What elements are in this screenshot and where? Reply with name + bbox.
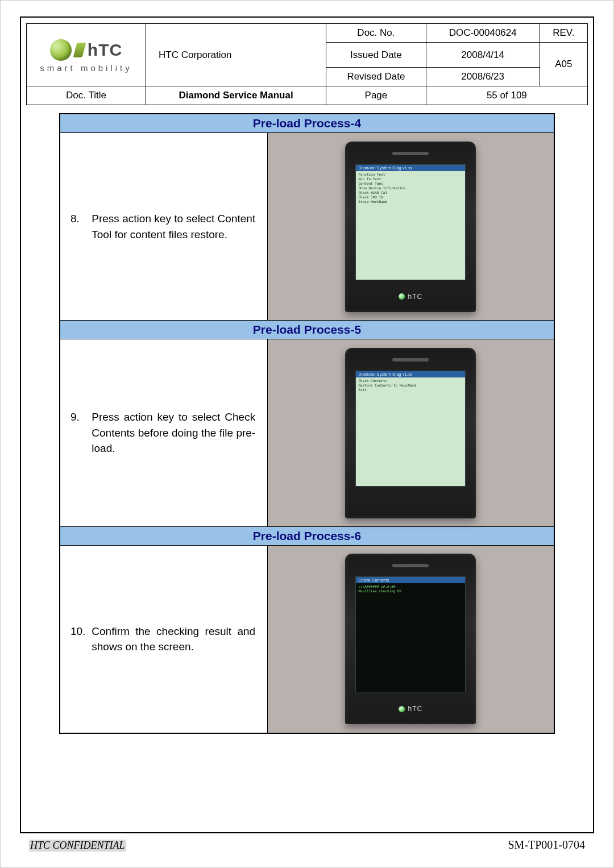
phone-screen: Diamond System Diag v1.xx Check Contents…: [355, 371, 466, 487]
footer: HTC CONFIDENTIAL SM-TP001-0704: [29, 838, 585, 852]
step-image-5: Diamond System Diag v1.xx Check Contents…: [267, 339, 554, 527]
step-image-6: Check Contents c:\A###### v#.#.## MoviFi…: [267, 546, 554, 733]
screen-lines: c:\A###### v#.#.## MoviFiles checking OK: [356, 583, 465, 595]
logo-cell: hTC smart mobility: [27, 24, 146, 86]
step-body-6: Confirm the checking result and shows on…: [92, 624, 255, 655]
doc-no-value: DOC-00040624: [426, 24, 540, 43]
page-value: 55 of 109: [426, 86, 587, 105]
phone-brand-label: hTC: [399, 293, 423, 301]
step-body-4: Press action key to select Content Tool …: [92, 211, 255, 242]
rev-label: REV.: [540, 24, 587, 43]
corporation-name: HTC Corporation: [146, 24, 326, 86]
page-label: Page: [326, 86, 426, 105]
earpiece-icon: [392, 152, 429, 155]
earpiece-icon: [392, 564, 429, 567]
spark-icon: [73, 43, 86, 57]
step-text-4: 8. Press action key to select Content To…: [60, 133, 267, 321]
step-text-5: 9. Press action key to select Check Cont…: [60, 339, 267, 527]
revised-date-value: 2008/6/23: [426, 68, 540, 86]
doc-title-label: Doc. Title: [27, 86, 146, 105]
doc-title-value: Diamond Service Manual: [146, 86, 326, 105]
screen-title-bar: Check Contents: [356, 577, 465, 583]
step-header-5: Pre-load Process-5: [60, 321, 554, 339]
globe-icon: [50, 39, 72, 61]
step-row-6: 10. Confirm the checking result and show…: [60, 546, 554, 733]
step-text-6: 10. Confirm the checking result and show…: [60, 546, 267, 733]
steps-table: Pre-load Process-4 8. Press action key t…: [59, 113, 555, 734]
issued-date-value: 2008/4/14: [426, 43, 540, 68]
home-button-icon: [399, 706, 405, 712]
steps-area: Pre-load Process-4 8. Press action key t…: [59, 113, 555, 734]
confidential-label: HTC CONFIDENTIAL: [29, 840, 126, 852]
logo-tagline: smart mobility: [40, 63, 132, 73]
step-num-5: 9.: [70, 409, 89, 425]
step-row-4: 8. Press action key to select Content To…: [60, 133, 554, 321]
step-body-5: Press action key to select Check Content…: [92, 409, 255, 456]
step-header-4: Pre-load Process-4: [60, 114, 554, 133]
header-table: hTC smart mobility HTC Corporation Doc. …: [26, 23, 588, 105]
phone-screen: Check Contents c:\A###### v#.#.## MoviFi…: [355, 576, 466, 692]
htc-logo: hTC smart mobility: [28, 37, 144, 73]
phone-brand-text: hTC: [408, 705, 423, 713]
issued-date-label: Issued Date: [326, 43, 426, 68]
screen-lines: Check Contents Restore Contents to MoviN…: [356, 377, 465, 393]
phone-screen: Diamond System Diag v1.xx Function Test …: [355, 164, 466, 280]
step-row-5: 9. Press action key to select Check Cont…: [60, 339, 554, 527]
step-num-6: 10.: [70, 624, 89, 639]
phone-mockup: Diamond System Diag v1.xx Check Contents…: [345, 348, 476, 518]
revised-date-label: Revised Date: [326, 68, 426, 86]
phone-brand-text: hTC: [408, 293, 423, 301]
phone-mockup: Check Contents c:\A###### v#.#.## MoviFi…: [345, 554, 476, 724]
doc-no-label: Doc. No.: [326, 24, 426, 43]
step-num-4: 8.: [70, 211, 89, 227]
step-image-4: Diamond System Diag v1.xx Function Test …: [267, 133, 554, 321]
home-button-icon: [399, 293, 405, 300]
rev-value: A05: [540, 43, 587, 86]
screen-title-bar: Diamond System Diag v1.xx: [356, 165, 465, 171]
step-header-6: Pre-load Process-6: [60, 527, 554, 546]
earpiece-icon: [392, 358, 429, 362]
phone-mockup: Diamond System Diag v1.xx Function Test …: [345, 142, 476, 312]
screen-title-bar: Diamond System Diag v1.xx: [356, 371, 465, 377]
htc-wordmark: hTC: [88, 40, 122, 60]
document-page: hTC smart mobility HTC Corporation Doc. …: [0, 0, 614, 868]
screen-lines: Function Test Run In Test Content Tool S…: [356, 171, 465, 206]
doc-code: SM-TP001-0704: [508, 838, 585, 852]
phone-brand-label: hTC: [399, 705, 423, 713]
